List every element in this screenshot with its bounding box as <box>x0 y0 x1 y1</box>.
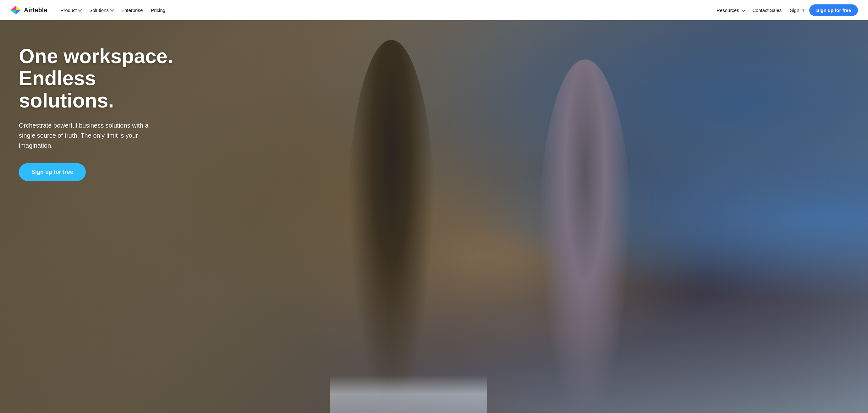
chevron-down-icon <box>78 7 82 12</box>
nav-product[interactable]: Product <box>57 6 84 15</box>
logo-link[interactable]: Airtable <box>10 4 47 16</box>
nav-pricing[interactable]: Pricing <box>148 6 168 15</box>
hero-signup-button[interactable]: Sign up for free <box>19 163 86 181</box>
svg-marker-1 <box>16 6 21 10</box>
svg-marker-0 <box>11 6 16 10</box>
navbar-right: Resources Contact Sales Sign in Sign up … <box>713 4 858 16</box>
nav-contact-sales[interactable]: Contact Sales <box>749 6 785 15</box>
chevron-down-icon <box>110 7 114 12</box>
nav-links-left: Product Solutions Enterprise Pricing <box>57 6 168 15</box>
nav-solutions[interactable]: Solutions <box>86 6 116 15</box>
nav-signup-button[interactable]: Sign up for free <box>809 4 858 16</box>
chevron-down-icon <box>742 8 745 12</box>
navbar-left: Airtable Product Solutions Enterprise Pr… <box>10 4 168 16</box>
nav-enterprise[interactable]: Enterprise <box>118 6 146 15</box>
hero-section: One workspace. Endless solutions. Orches… <box>0 20 868 413</box>
hero-person-1 <box>347 40 435 413</box>
nav-resources[interactable]: Resources <box>713 6 747 15</box>
navbar: Airtable Product Solutions Enterprise Pr… <box>0 0 868 20</box>
airtable-logo-icon <box>10 4 21 16</box>
svg-marker-3 <box>16 10 21 14</box>
hero-content: One workspace. Endless solutions. Orches… <box>0 20 195 206</box>
logo-text: Airtable <box>24 7 47 14</box>
svg-marker-2 <box>11 10 16 14</box>
hero-subtitle: Orchestrate powerful business solutions … <box>19 120 163 151</box>
nav-sign-in[interactable]: Sign in <box>786 6 807 15</box>
hero-title: One workspace. Endless solutions. <box>19 45 176 112</box>
laptop-silhouette <box>330 375 487 413</box>
